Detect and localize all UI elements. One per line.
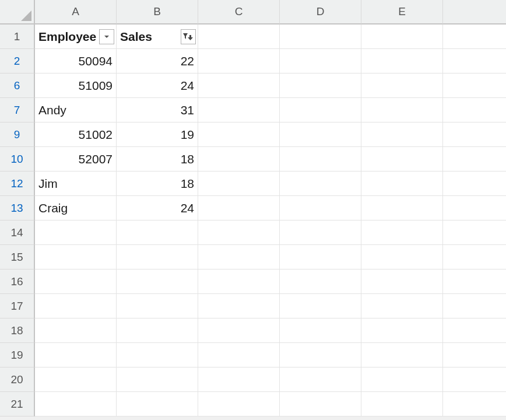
row-header-21[interactable]: 21	[0, 392, 35, 416]
cell[interactable]	[361, 392, 443, 416]
cell[interactable]	[443, 123, 506, 147]
cell[interactable]	[117, 270, 198, 294]
data-cell[interactable]: Jim	[35, 172, 117, 196]
cell[interactable]	[280, 196, 361, 220]
row-header-10[interactable]: 10	[0, 147, 35, 172]
header-cell-A[interactable]: Employee	[35, 24, 117, 49]
filter-button-active[interactable]	[181, 29, 196, 44]
row-header-15[interactable]: 15	[0, 245, 35, 270]
cell[interactable]	[117, 318, 198, 343]
cell[interactable]	[198, 245, 280, 270]
cell[interactable]	[361, 49, 443, 74]
cell[interactable]	[198, 392, 280, 416]
cell[interactable]	[198, 318, 280, 343]
cell[interactable]	[443, 172, 506, 196]
column-header-C[interactable]: C	[198, 0, 280, 24]
cell[interactable]	[198, 49, 280, 74]
cell[interactable]	[117, 220, 198, 245]
row-header-9[interactable]: 9	[0, 123, 35, 147]
column-header-A[interactable]: A	[35, 0, 117, 24]
cell[interactable]	[280, 368, 361, 392]
cell[interactable]	[198, 24, 280, 49]
cell[interactable]	[198, 196, 280, 220]
cell[interactable]	[198, 220, 280, 245]
cell[interactable]	[280, 24, 361, 49]
cell[interactable]	[361, 318, 443, 343]
cell[interactable]	[198, 123, 280, 147]
cell[interactable]	[198, 343, 280, 368]
row-header-2[interactable]: 2	[0, 49, 35, 74]
data-cell[interactable]: 51009	[35, 74, 117, 98]
cell[interactable]	[361, 196, 443, 220]
cell[interactable]	[35, 294, 117, 318]
cell[interactable]	[361, 368, 443, 392]
column-header-D[interactable]: D	[280, 0, 361, 24]
row-header-14[interactable]: 14	[0, 220, 35, 245]
select-all-corner[interactable]	[0, 0, 35, 24]
cell[interactable]	[198, 270, 280, 294]
cell[interactable]	[35, 220, 117, 245]
cell[interactable]	[361, 147, 443, 172]
cell[interactable]	[117, 294, 198, 318]
cell[interactable]	[198, 294, 280, 318]
column-header-E[interactable]: E	[361, 0, 443, 24]
cell[interactable]	[35, 392, 117, 416]
cell[interactable]	[117, 368, 198, 392]
cell[interactable]	[35, 270, 117, 294]
cell[interactable]	[198, 98, 280, 123]
cell[interactable]	[443, 392, 506, 416]
cell[interactable]	[35, 245, 117, 270]
cell[interactable]	[361, 270, 443, 294]
cell[interactable]	[117, 245, 198, 270]
cell[interactable]	[280, 172, 361, 196]
cell[interactable]	[35, 343, 117, 368]
data-cell[interactable]: 31	[117, 98, 198, 123]
cell[interactable]	[280, 318, 361, 343]
cell[interactable]	[280, 270, 361, 294]
row-header-1[interactable]: 1	[0, 24, 35, 49]
cell[interactable]	[35, 368, 117, 392]
cell[interactable]	[35, 318, 117, 343]
cell[interactable]	[361, 24, 443, 49]
row-header-17[interactable]: 17	[0, 294, 35, 318]
row-header-6[interactable]: 6	[0, 74, 35, 98]
data-cell[interactable]: 18	[117, 147, 198, 172]
data-cell[interactable]: 22	[117, 49, 198, 74]
cell[interactable]	[361, 74, 443, 98]
cell[interactable]	[361, 343, 443, 368]
cell[interactable]	[443, 24, 506, 49]
column-header-B[interactable]: B	[117, 0, 198, 24]
cell[interactable]	[361, 245, 443, 270]
cell[interactable]	[443, 343, 506, 368]
cell[interactable]	[443, 49, 506, 74]
cell[interactable]	[443, 318, 506, 343]
cell[interactable]	[361, 123, 443, 147]
cell[interactable]	[443, 98, 506, 123]
row-header-13[interactable]: 13	[0, 196, 35, 220]
header-cell-B[interactable]: Sales	[117, 24, 198, 49]
data-cell[interactable]: Craig	[35, 196, 117, 220]
cell[interactable]	[280, 392, 361, 416]
cell[interactable]	[280, 49, 361, 74]
cell[interactable]	[280, 74, 361, 98]
cell[interactable]	[443, 270, 506, 294]
cell[interactable]	[443, 147, 506, 172]
cell[interactable]	[280, 98, 361, 123]
cell[interactable]	[198, 368, 280, 392]
cell[interactable]	[443, 245, 506, 270]
cell[interactable]	[361, 294, 443, 318]
cell[interactable]	[443, 220, 506, 245]
cell[interactable]	[117, 392, 198, 416]
cell[interactable]	[198, 74, 280, 98]
cell[interactable]	[361, 98, 443, 123]
cell[interactable]	[198, 147, 280, 172]
row-header-19[interactable]: 19	[0, 343, 35, 368]
data-cell[interactable]: 52007	[35, 147, 117, 172]
row-header-12[interactable]: 12	[0, 172, 35, 196]
column-header[interactable]	[443, 0, 506, 24]
data-cell[interactable]: 51002	[35, 123, 117, 147]
cell[interactable]	[443, 368, 506, 392]
data-cell[interactable]: 50094	[35, 49, 117, 74]
cell[interactable]	[280, 147, 361, 172]
cell[interactable]	[361, 172, 443, 196]
